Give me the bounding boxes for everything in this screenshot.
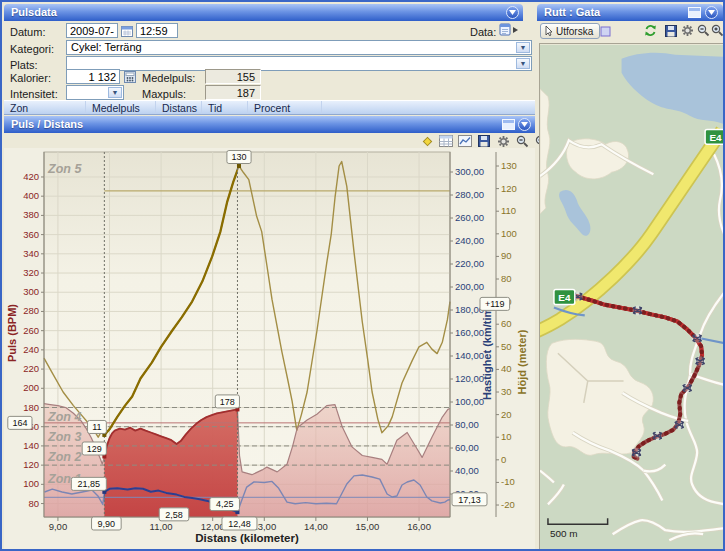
waypoint-marker-icon[interactable] (632, 448, 642, 458)
hastighet-axis-title: Hastighet (km/tim) (481, 304, 493, 400)
badge-text: +119 (485, 299, 505, 309)
zoom-out-icon[interactable] (515, 134, 529, 148)
chart-badge-sel-distance: 2,58 (159, 508, 189, 521)
hojd-tick-label: -10 (501, 476, 515, 487)
chart-badge-sel-start-hastighet: 21,85 (71, 477, 106, 490)
zone-col-distans: Distans (156, 101, 202, 114)
puls-tick-label: 200 (23, 382, 39, 393)
map-collapse-button[interactable] (705, 6, 718, 19)
chart-collapse-button[interactable] (518, 118, 531, 131)
badge-text: 17,13 (458, 495, 481, 505)
medelpuls-label: Medelpuls: (142, 72, 195, 84)
highway-shield: E4 (554, 290, 575, 305)
puls-tick-label: 320 (23, 267, 39, 278)
hastighet-tick-label: 200,00 (455, 281, 484, 292)
maxpuls-label: Maxpuls: (142, 88, 186, 100)
explore-button[interactable]: Utforska (540, 23, 600, 39)
puls-tick-label: 340 (23, 248, 39, 259)
zone-col-procent: Procent (248, 101, 322, 114)
chevron-down-icon: ▼ (108, 87, 122, 98)
puls-axis-title: Puls (BPM) (6, 304, 18, 362)
zone-label: Zon 4 (47, 410, 81, 424)
plats-select[interactable]: ▼ (66, 56, 532, 71)
zoom-out-icon[interactable] (697, 24, 710, 37)
zone-label: Zon 5 (47, 162, 82, 176)
data-source-icon[interactable] (499, 23, 512, 36)
waypoint-marker-icon[interactable] (695, 356, 705, 366)
puls-tick-label: 80 (28, 498, 39, 509)
plats-label: Plats: (10, 59, 38, 71)
chevron-down-icon: ▼ (516, 42, 530, 53)
marker-diamond-icon[interactable] (420, 134, 434, 148)
puls-tick-label: 300 (23, 286, 39, 297)
refresh-icon[interactable] (644, 24, 657, 37)
kalorier-field[interactable] (66, 69, 120, 84)
route-select-icon[interactable] (599, 25, 612, 38)
x-tick-label: 14,00 (304, 521, 328, 532)
puls-tick-label: 220 (23, 363, 39, 374)
app-window: Pulsdata Datum: Data: Kategori: Cykel: T… (0, 0, 725, 551)
chart-popout-icon[interactable] (502, 119, 515, 130)
hastighet-tick-label: 240,00 (455, 235, 484, 246)
zoom-in-icon[interactable] (711, 24, 724, 37)
datum-label: Datum: (10, 26, 45, 38)
x-axis-title: Distans (kilometer) (195, 532, 299, 544)
waypoint-marker-icon[interactable] (674, 420, 684, 430)
hastighet-tick-label: 140,00 (455, 350, 484, 361)
hastighet-tick-label: 220,00 (455, 258, 484, 269)
puls-tick-label: 180 (23, 402, 39, 413)
gear-icon[interactable] (681, 24, 694, 37)
kalorier-label: Kalorier: (10, 72, 51, 84)
waypoint-marker-icon[interactable] (682, 383, 692, 393)
shield-label: E4 (558, 292, 571, 303)
date-field[interactable] (66, 23, 118, 38)
puls-tick-label: 120 (23, 459, 39, 470)
waypoint-marker-icon[interactable] (633, 305, 643, 315)
chart-panel-header[interactable]: Puls / Distans (4, 116, 535, 133)
hojd-tick-label: 130 (501, 160, 517, 171)
scale-label: 500 m (550, 528, 578, 539)
zone-col-medelpuls: Medelpuls (86, 101, 156, 114)
hojd-axis-title: Höjd (meter) (516, 329, 528, 394)
hojd-tick-label: 10 (501, 431, 512, 442)
chart-badge-sel-start-hojd: 11 (88, 420, 107, 433)
shield-label: E4 (709, 132, 722, 143)
intensitet-select[interactable]: ▼ (66, 85, 124, 100)
hojd-tick-label: 40 (501, 363, 512, 374)
route-map[interactable]: E4E4500 m (539, 43, 725, 551)
medelpuls-value: 155 (76%) (205, 69, 261, 84)
chart-type-icon[interactable] (458, 134, 472, 148)
waypoint-marker-icon[interactable] (652, 431, 662, 441)
chart-badge-sel-end-hastighet: 4,25 (210, 498, 240, 511)
pulsdata-collapse-button[interactable] (506, 6, 519, 19)
data-dropdown-arrow-icon[interactable] (513, 27, 518, 33)
save-icon[interactable] (664, 24, 677, 37)
hojd-tick-label: 0 (501, 454, 506, 465)
hastighet-tick-label: 100,00 (455, 396, 484, 407)
badge-text: 11 (92, 422, 101, 432)
calendar-icon[interactable] (120, 24, 133, 37)
x-tick-label: 9,00 (49, 521, 68, 532)
time-field[interactable] (136, 23, 178, 38)
badge-text: 9,90 (98, 519, 116, 529)
badge-text: 129 (87, 444, 102, 454)
kategori-select[interactable]: Cykel: Terräng ▼ (66, 40, 532, 55)
hastighet-tick-label: 80,00 (455, 419, 479, 430)
map-popout-icon[interactable] (688, 7, 701, 18)
puls-tick-label: 280 (23, 305, 39, 316)
hojd-tick-label: 50 (501, 341, 512, 352)
chart-toolbar (420, 134, 548, 148)
calculator-icon[interactable] (123, 70, 136, 83)
save-icon[interactable] (477, 134, 491, 148)
gear-icon[interactable] (496, 134, 510, 148)
data-table-icon[interactable] (439, 134, 453, 148)
chart-title: Puls / Distans (11, 118, 83, 130)
explore-label: Utforska (556, 26, 593, 37)
puls-distans-chart[interactable]: 8010012014016018020022024026028030032034… (4, 148, 535, 551)
waypoint-marker-icon[interactable] (692, 333, 702, 343)
zone-col-tid: Tid (202, 101, 248, 114)
puls-tick-label: 420 (23, 171, 39, 182)
badge-text: 12,48 (228, 519, 251, 529)
badge-text: 2,58 (165, 510, 183, 520)
pulsdata-panel-header[interactable]: Pulsdata (4, 4, 523, 21)
